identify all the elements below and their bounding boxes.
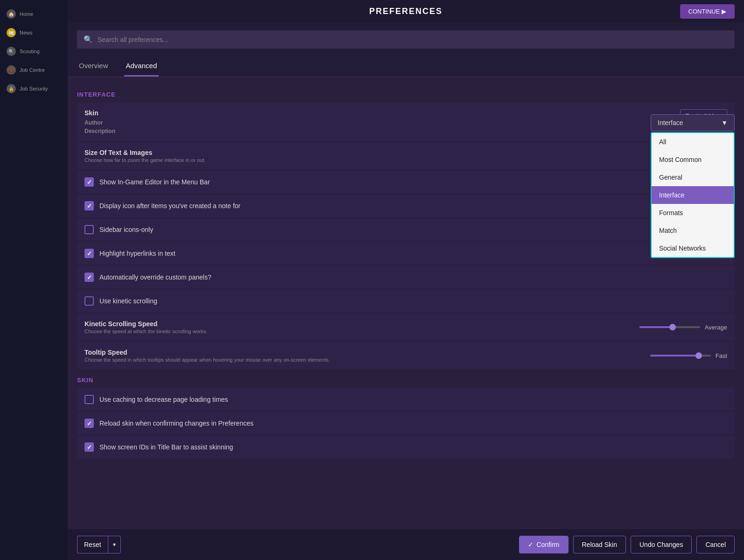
skin-author-label: Author bbox=[84, 119, 680, 126]
kinetic-scrolling-slider-thumb[interactable] bbox=[669, 324, 676, 330]
sidebar: 🏠 Home 📰 News 🔍 Scouting 💼 Job Centre 🔒 … bbox=[0, 0, 68, 560]
tooltip-speed-slider-track[interactable] bbox=[650, 355, 711, 357]
checkbox-label-reload-skin: Reload skin when confirming changes in P… bbox=[99, 420, 727, 427]
filter-selected-label: Interface bbox=[658, 119, 683, 126]
skin-section-heading: SKIN bbox=[77, 377, 735, 384]
interface-section-heading: INTERFACE bbox=[77, 91, 735, 98]
checkbox-label-auto-override-panels: Automatically override custom panels? bbox=[99, 273, 727, 281]
filter-option-match[interactable]: Match bbox=[652, 222, 734, 239]
filter-option-formats[interactable]: Formats bbox=[652, 204, 734, 222]
checkbox-label-highlight-hyperlinks: Highlight hyperlinks in text bbox=[99, 250, 727, 257]
tooltip-speed-slider-thumb[interactable] bbox=[695, 352, 702, 359]
checkbox-row-kinetic-scrolling: Use kinetic scrolling bbox=[77, 290, 735, 312]
tabs-area: Overview Advanced bbox=[68, 56, 744, 77]
skin-row: Skin Author Description Football Ma... bbox=[77, 103, 735, 141]
reset-split-button: Reset ▾ bbox=[77, 536, 121, 553]
reload-skin-button[interactable]: Reload Skin bbox=[573, 536, 626, 553]
checkbox-label-kinetic-scrolling: Use kinetic scrolling bbox=[99, 297, 727, 305]
continue-button[interactable]: CONTINUE ▶ bbox=[680, 4, 735, 19]
filter-option-social-networks[interactable]: Social Networks bbox=[652, 239, 734, 257]
checkbox-show-screen-ids[interactable] bbox=[84, 442, 94, 452]
checkbox-show-ingame-editor[interactable] bbox=[84, 177, 94, 187]
size-text-images-desc: Choose how far to zoom the game interfac… bbox=[84, 157, 674, 163]
checkbox-reload-skin[interactable] bbox=[84, 419, 94, 428]
checkmark-icon: ✓ bbox=[528, 541, 533, 548]
reset-button[interactable]: Reset bbox=[77, 536, 108, 553]
job-center-icon: 💼 bbox=[7, 65, 16, 75]
checkbox-use-caching[interactable] bbox=[84, 395, 94, 404]
checkbox-auto-override-panels[interactable] bbox=[84, 273, 94, 282]
filter-dropdown-wrapper: Interface ▼ All Most Common General Inte… bbox=[651, 114, 735, 258]
kinetic-scrolling-speed-desc: Choose the speed at which the kinetic sc… bbox=[84, 329, 634, 334]
sidebar-item-home[interactable]: 🏠 Home bbox=[0, 5, 68, 23]
kinetic-scrolling-speed-row: Kinetic Scrolling Speed Choose the speed… bbox=[77, 314, 735, 341]
sidebar-item-job-security-label: Job Security bbox=[20, 86, 48, 91]
skin-description-label: Description bbox=[84, 128, 680, 134]
filter-option-interface[interactable]: Interface bbox=[652, 186, 734, 204]
action-left: Reset ▾ bbox=[77, 536, 121, 553]
checkbox-display-icon-notes[interactable] bbox=[84, 201, 94, 210]
filter-option-all[interactable]: All bbox=[652, 133, 734, 151]
checkbox-kinetic-scrolling[interactable] bbox=[84, 296, 94, 306]
tab-overview[interactable]: Overview bbox=[77, 56, 110, 77]
checkbox-label-show-ingame-editor: Show In-Game Editor in the Menu Bar bbox=[99, 178, 727, 186]
kinetic-scrolling-slider-fill bbox=[639, 326, 673, 328]
tooltip-speed-slider-container: Fast bbox=[650, 352, 727, 359]
sidebar-item-scouting-label: Scouting bbox=[20, 49, 40, 54]
action-bar: Reset ▾ ✓ Confirm Reload Skin Undo Chang… bbox=[68, 529, 744, 560]
checkbox-label-use-caching: Use caching to decrease page loading tim… bbox=[99, 396, 727, 403]
checkbox-row-display-icon-notes: Display icon after items you've created … bbox=[77, 195, 735, 217]
tooltip-speed-value: Fast bbox=[716, 352, 727, 359]
filter-option-most-common[interactable]: Most Common bbox=[652, 151, 734, 168]
sidebar-item-job-center[interactable]: 💼 Job Centre bbox=[0, 61, 68, 79]
search-icon: 🔍 bbox=[84, 35, 93, 44]
search-input[interactable] bbox=[98, 36, 728, 43]
checkbox-sidebar-icons-only[interactable] bbox=[84, 225, 94, 234]
sidebar-item-news[interactable]: 📰 News bbox=[0, 23, 68, 42]
checkbox-label-display-icon-notes: Display icon after items you've created … bbox=[99, 202, 727, 210]
topbar: PREFERENCES CONTINUE ▶ bbox=[68, 0, 744, 23]
action-right: ✓ Confirm Reload Skin Undo Changes Cance… bbox=[519, 536, 735, 553]
checkbox-label-show-screen-ids: Show screen IDs in Title Bar to assist s… bbox=[99, 443, 727, 451]
content-area: Interface ▼ All Most Common General Inte… bbox=[68, 77, 744, 529]
checkbox-row-auto-override-panels: Automatically override custom panels? bbox=[77, 266, 735, 288]
search-bar: 🔍 bbox=[77, 30, 735, 49]
tab-advanced[interactable]: Advanced bbox=[124, 56, 159, 77]
filter-dropdown-menu: All Most Common General Interface Format… bbox=[651, 132, 735, 258]
filter-dropdown-trigger[interactable]: Interface ▼ bbox=[651, 114, 735, 131]
news-icon: 📰 bbox=[7, 28, 16, 37]
checkbox-highlight-hyperlinks[interactable] bbox=[84, 249, 94, 258]
kinetic-scrolling-slider-container: Average bbox=[639, 324, 727, 331]
sidebar-item-job-security[interactable]: 🔒 Job Security bbox=[0, 79, 68, 98]
tooltip-speed-desc: Choose the speed in which tooltips shoul… bbox=[84, 357, 645, 363]
page-title: PREFERENCES bbox=[369, 7, 442, 16]
confirm-button[interactable]: ✓ Confirm bbox=[519, 536, 568, 553]
job-security-icon: 🔒 bbox=[7, 84, 16, 93]
tooltip-speed-row: Tooltip Speed Choose the speed in which … bbox=[77, 342, 735, 369]
tooltip-speed-slider-fill bbox=[650, 355, 699, 357]
kinetic-scrolling-slider-track[interactable] bbox=[639, 326, 700, 328]
search-area: 🔍 bbox=[68, 23, 744, 56]
size-text-images-label: Size Of Text & Images bbox=[84, 149, 674, 156]
checkbox-label-sidebar-icons-only: Sidebar icons-only bbox=[99, 226, 727, 233]
kinetic-scrolling-speed-value: Average bbox=[705, 324, 727, 331]
checkbox-row-highlight-hyperlinks: Highlight hyperlinks in text bbox=[77, 242, 735, 265]
checkbox-row-reload-skin: Reload skin when confirming changes in P… bbox=[77, 412, 735, 434]
checkbox-row-show-ingame-editor: Show In-Game Editor in the Menu Bar bbox=[77, 171, 735, 193]
home-icon: 🏠 bbox=[7, 9, 16, 19]
filter-option-general[interactable]: General bbox=[652, 168, 734, 186]
sidebar-item-scouting[interactable]: 🔍 Scouting bbox=[0, 42, 68, 61]
skin-label: Skin bbox=[84, 109, 680, 117]
checkbox-row-show-screen-ids: Show screen IDs in Title Bar to assist s… bbox=[77, 436, 735, 458]
undo-changes-button[interactable]: Undo Changes bbox=[631, 536, 692, 553]
size-text-images-row: Size Of Text & Images Choose how far to … bbox=[77, 142, 735, 169]
cancel-button[interactable]: Cancel bbox=[696, 536, 735, 553]
main-content: PREFERENCES CONTINUE ▶ 🔍 Overview Advanc… bbox=[68, 0, 744, 560]
checkbox-row-sidebar-icons-only: Sidebar icons-only bbox=[77, 218, 735, 241]
sidebar-item-job-center-label: Job Centre bbox=[20, 67, 45, 73]
sidebar-item-news-label: News bbox=[20, 30, 33, 35]
tooltip-speed-label: Tooltip Speed bbox=[84, 349, 645, 356]
reset-dropdown-arrow[interactable]: ▾ bbox=[108, 536, 121, 553]
kinetic-scrolling-speed-label: Kinetic Scrolling Speed bbox=[84, 320, 634, 328]
scouting-icon: 🔍 bbox=[7, 47, 16, 56]
